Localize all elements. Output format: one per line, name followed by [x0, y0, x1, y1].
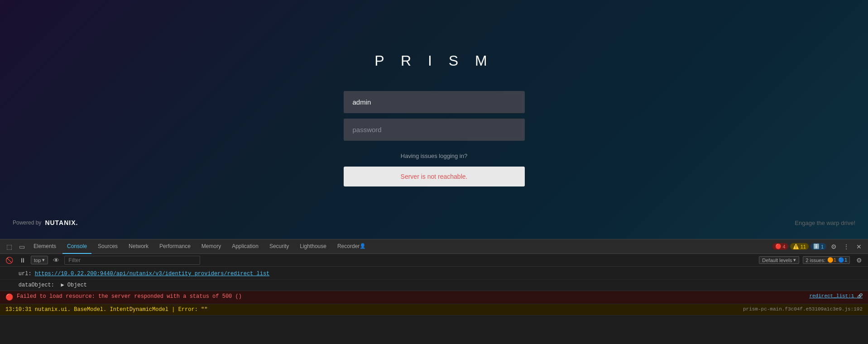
server-error-button[interactable]: Server is not reachable.: [344, 167, 525, 186]
close-devtools-icon[interactable]: ✕: [854, 241, 864, 252]
nutanix-logo: NUTANIX.: [45, 219, 78, 226]
console-line-warning: 13:10:31 nutanix.ui. BaseModel. IntentDy…: [0, 304, 868, 315]
tab-performance[interactable]: Performance: [155, 239, 195, 254]
eye-icon[interactable]: 👁: [51, 255, 62, 266]
console-line-url: url: https://10.0.22.200:9440/api/nutani…: [0, 268, 868, 280]
tab-console[interactable]: Console: [62, 239, 91, 254]
main-app: P R I S M Having issues logging in? Serv…: [0, 0, 868, 239]
error-badge[interactable]: 🔴 4: [772, 243, 788, 250]
default-levels-dropdown[interactable]: Default levels ▾: [759, 256, 799, 264]
issues-label: 2 issues:: [806, 258, 825, 263]
error-icon: 🔴: [775, 244, 782, 249]
devtools-tab-bar: ⬚ ▭ Elements Console Sources Network Per…: [0, 239, 868, 254]
powered-by-section: Powered by NUTANIX.: [13, 219, 78, 226]
issues-blue-count: 🔵1: [838, 257, 847, 263]
tab-application[interactable]: Application: [227, 239, 263, 254]
issues-orange-count: 🟠1: [827, 257, 836, 263]
username-input[interactable]: [344, 91, 525, 113]
top-context-selector[interactable]: top ▾: [31, 256, 48, 264]
default-levels-label: Default levels: [762, 258, 792, 263]
tab-recorder[interactable]: Recorder 👤: [333, 239, 370, 254]
url-link[interactable]: https://10.0.22.200:9440/api/nutanix/v3/…: [35, 271, 269, 277]
tab-elements[interactable]: Elements: [29, 239, 61, 254]
top-label: top: [34, 258, 41, 263]
console-content: url: https://10.0.22.200:9440/api/nutani…: [0, 267, 868, 344]
settings-icon[interactable]: ⚙: [828, 241, 839, 252]
console-toolbar: 🚫 ⏸ top ▾ 👁 Default levels ▾ 2 issues: 🟠…: [0, 254, 868, 267]
info-badge[interactable]: ℹ️ 1: [810, 243, 826, 250]
console-filter-input[interactable]: [64, 256, 200, 265]
error-source-link[interactable]: redirect_list:1 🔗: [809, 292, 863, 300]
recorder-person-icon: 👤: [360, 243, 366, 249]
tab-sources[interactable]: Sources: [93, 239, 122, 254]
app-title: P R I S M: [374, 53, 493, 69]
devtools-device-icon[interactable]: ▭: [16, 241, 27, 252]
dropdown-arrow-icon: ▾: [793, 257, 796, 263]
info-count: 1: [821, 244, 824, 249]
forgot-password-link[interactable]: Having issues logging in?: [401, 153, 467, 159]
error-circle-icon: 🔴: [5, 293, 13, 302]
engage-text: Engage the warp drive!: [795, 220, 855, 226]
devtools-inspect-icon[interactable]: ⬚: [4, 241, 14, 252]
warning-source-ref[interactable]: prism-pc-main.f3c04f.e53109a1c3e9.js:192: [743, 306, 863, 313]
tab-network[interactable]: Network: [124, 239, 153, 254]
login-container: P R I S M Having issues logging in? Serv…: [339, 53, 529, 186]
clear-console-icon[interactable]: 🚫: [4, 255, 14, 266]
issues-settings-icon[interactable]: ⚙: [854, 255, 864, 266]
tab-memory[interactable]: Memory: [197, 239, 225, 254]
pause-on-exceptions-icon[interactable]: ⏸: [17, 255, 28, 266]
warning-badge[interactable]: ⚠️ 11: [790, 243, 809, 250]
warning-count: 11: [801, 244, 806, 249]
tab-security[interactable]: Security: [265, 239, 293, 254]
issues-button[interactable]: 2 issues: 🟠1 🔵1: [803, 256, 850, 264]
kebab-menu-icon[interactable]: ⋮: [841, 241, 852, 252]
tab-lighthouse[interactable]: Lighthouse: [295, 239, 331, 254]
error-count: 4: [783, 244, 786, 249]
warning-icon: ⚠️: [793, 244, 799, 249]
powered-by-text: Powered by: [13, 220, 41, 226]
dropdown-chevron-icon: ▾: [42, 257, 45, 263]
password-input[interactable]: [344, 119, 525, 141]
devtools-top-right: 🔴 4 ⚠️ 11 ℹ️ 1 ⚙ ⋮ ✕: [772, 241, 865, 252]
devtools-panel: ⬚ ▭ Elements Console Sources Network Per…: [0, 239, 868, 344]
console-line-data-object: dataObject: ▶ Object: [0, 280, 868, 291]
console-line-error: 🔴 Failed to load resource: the server re…: [0, 291, 868, 304]
info-icon: ℹ️: [813, 244, 820, 249]
